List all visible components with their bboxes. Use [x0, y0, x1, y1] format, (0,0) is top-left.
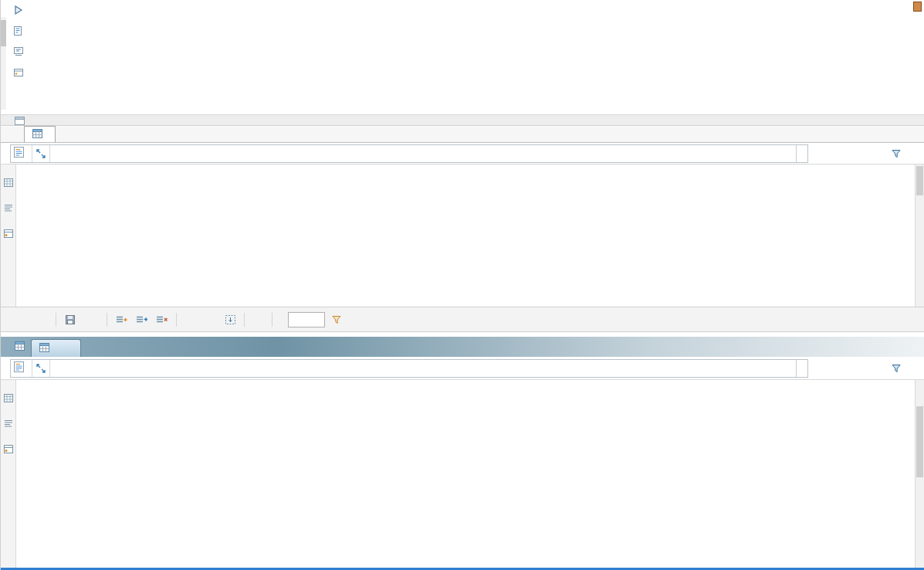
- grid-zone: [1, 380, 924, 570]
- filter-tools: [808, 149, 924, 158]
- scrollbar-thumb[interactable]: [916, 406, 923, 477]
- export-data-button[interactable]: [252, 318, 265, 321]
- results-tabstrip: [1, 127, 924, 143]
- execute-statement-icon[interactable]: [12, 3, 25, 17]
- record-presentation-icon[interactable]: [4, 229, 13, 240]
- sql-editor-settings-gear-icon[interactable]: [12, 87, 25, 100]
- filters-menu-icon[interactable]: [892, 364, 902, 373]
- sql-editor: [1, 0, 924, 114]
- expand-filter-icon[interactable]: [32, 145, 50, 162]
- save-button[interactable]: [63, 314, 86, 326]
- text-presentation-icon[interactable]: [4, 419, 13, 430]
- record-presentation-icon[interactable]: [4, 444, 13, 456]
- editor-code[interactable]: [59, 0, 924, 114]
- grid-presentation-icon[interactable]: [4, 393, 13, 405]
- fetch-size-input[interactable]: [288, 312, 325, 327]
- filter-bar: [1, 143, 924, 165]
- results-panel-2: [1, 337, 924, 570]
- presentation-switcher: [1, 165, 16, 307]
- overview-ruler-marker: [913, 2, 922, 12]
- script-output-icon[interactable]: [12, 66, 25, 80]
- duplicate-row-icon[interactable]: [134, 314, 149, 325]
- filter-tools: [808, 364, 924, 373]
- grid-table-icon: [39, 343, 49, 355]
- grid-table-icon: [15, 341, 25, 353]
- row-count-funnel-icon: [332, 315, 341, 324]
- filter-bar: [1, 357, 924, 380]
- sql-statement-icon: [14, 361, 24, 375]
- filter-dropdown-icon[interactable]: [796, 360, 804, 377]
- execute-script-icon[interactable]: [12, 24, 25, 38]
- cancel-button[interactable]: [91, 318, 100, 321]
- editor-splitter[interactable]: [1, 114, 924, 126]
- scrollbar-thumb[interactable]: [1, 20, 6, 46]
- add-row-icon[interactable]: [114, 314, 129, 325]
- results-grid-statements-summary: [16, 165, 915, 307]
- sql-statement-icon: [14, 147, 24, 160]
- expand-filter-icon[interactable]: [32, 360, 50, 377]
- filter-dropdown-icon[interactable]: [796, 145, 804, 162]
- result-toolbar: [1, 307, 924, 332]
- calc-row-count-button[interactable]: [330, 314, 345, 325]
- refresh-button[interactable]: [36, 318, 49, 321]
- results-tab-tidb-index-usage[interactable]: [31, 339, 81, 357]
- save-icon: [66, 315, 75, 324]
- presentation-switcher: [1, 380, 16, 570]
- filters-menu-icon[interactable]: [892, 149, 902, 158]
- dbeaver-window: [0, 0, 924, 570]
- grid-presentation-icon[interactable]: [4, 178, 13, 189]
- editor-left-scrollbar[interactable]: [1, 17, 6, 110]
- fold-margin: [29, 0, 59, 114]
- grid-table-icon: [32, 129, 42, 141]
- delete-row-icon[interactable]: [154, 314, 169, 325]
- filter-box: [10, 144, 808, 163]
- explain-plan-icon[interactable]: [12, 45, 25, 59]
- results-panel-1: [1, 127, 924, 332]
- results-grid-tidb-index-usage: [16, 380, 915, 570]
- grid-vertical-scrollbar[interactable]: [915, 380, 924, 570]
- filter-box: [10, 359, 808, 378]
- scrollbar-thumb[interactable]: [916, 166, 923, 195]
- grid-vertical-scrollbar[interactable]: [915, 165, 924, 307]
- text-presentation-icon[interactable]: [4, 203, 13, 215]
- results-tab-statements-summary[interactable]: [24, 126, 56, 142]
- grid-zone: [1, 165, 924, 307]
- fetch-all-rows-icon[interactable]: [224, 314, 237, 325]
- active-results-tabstrip: [1, 337, 924, 357]
